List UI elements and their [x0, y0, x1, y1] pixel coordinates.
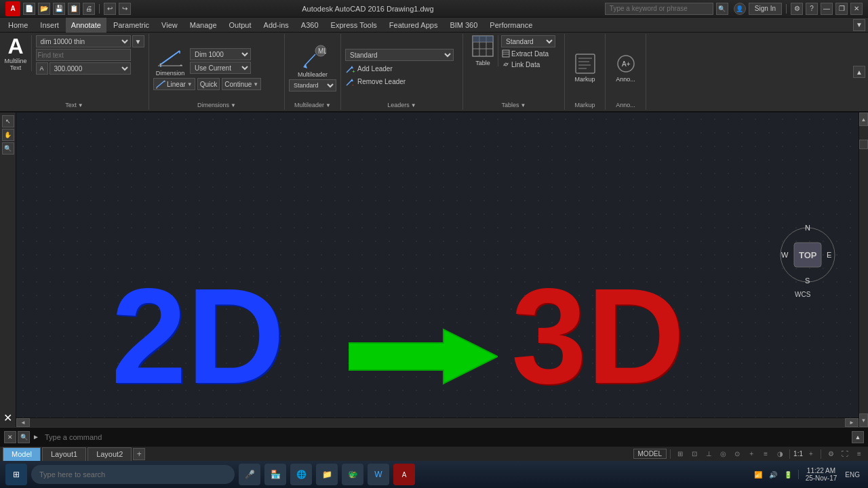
- scroll-handle[interactable]: [859, 140, 868, 149]
- add-leader-btn[interactable]: Add Leader: [357, 65, 393, 73]
- menu-home[interactable]: Home: [3, 18, 33, 33]
- menu-bim360[interactable]: BIM 360: [444, 18, 483, 33]
- redo-button[interactable]: ↪: [119, 3, 131, 15]
- new-button[interactable]: 📄: [23, 3, 35, 15]
- menu-parametric[interactable]: Parametric: [108, 18, 155, 33]
- menu-insert[interactable]: Insert: [35, 18, 64, 33]
- continue-btn[interactable]: Continue ▼: [222, 78, 261, 90]
- menu-view[interactable]: View: [156, 18, 183, 33]
- dimensions-group-label[interactable]: Dimensions ▼: [197, 102, 236, 108]
- toolbar-pan-btn[interactable]: ✋: [2, 129, 14, 141]
- minimize-button[interactable]: —: [821, 3, 833, 15]
- undo-button[interactable]: ↩: [104, 3, 116, 15]
- taskbar-time[interactable]: 11:22 AM 25-Nov-17: [803, 466, 840, 483]
- bottom-scrollbar[interactable]: ◄ ►: [16, 418, 859, 427]
- menu-output[interactable]: Output: [224, 18, 257, 33]
- leader-style-select[interactable]: Standard: [345, 49, 454, 61]
- menu-express[interactable]: Express Tools: [326, 18, 382, 33]
- taskbar-mic-btn[interactable]: 🎤: [239, 464, 260, 485]
- taskbar-app4-btn[interactable]: 🐲: [342, 464, 363, 485]
- grid-toggle[interactable]: ⊞: [674, 448, 686, 460]
- transparency-toggle[interactable]: ◑: [774, 448, 786, 460]
- ortho-toggle[interactable]: ⊥: [703, 448, 715, 460]
- menu-annotate[interactable]: Annotate: [66, 18, 106, 33]
- settings-icon[interactable]: ⚙: [825, 448, 837, 460]
- menu-addins[interactable]: Add-ins: [258, 18, 294, 33]
- markup-button[interactable]: Markup: [574, 53, 596, 83]
- cmd-expand-btn[interactable]: ▲: [852, 431, 864, 443]
- cmd-search-btn[interactable]: 🔍: [18, 431, 30, 443]
- extract-data-btn[interactable]: Extract Data: [501, 49, 555, 58]
- table-style-select[interactable]: Standard: [501, 35, 555, 47]
- taskbar-network-icon[interactable]: 📶: [752, 468, 764, 481]
- command-input[interactable]: [45, 433, 849, 441]
- lineweight-toggle[interactable]: ≡: [760, 448, 772, 460]
- menu-featured[interactable]: Featured Apps: [384, 18, 443, 33]
- x-close-btn[interactable]: ✕: [3, 411, 12, 424]
- scroll-down-btn[interactable]: ▼: [859, 413, 868, 427]
- menu-performance[interactable]: Performance: [484, 18, 538, 33]
- taskbar-word-btn[interactable]: W: [368, 464, 389, 485]
- right-scrollbar[interactable]: ▲ ▼: [859, 113, 868, 427]
- save-button[interactable]: 💾: [53, 3, 65, 15]
- anno-button[interactable]: A+ Anno...: [615, 53, 637, 83]
- menu-a360[interactable]: A360: [296, 18, 324, 33]
- menu-manage[interactable]: Manage: [184, 18, 222, 33]
- multileader-button[interactable]: ML Multileader: [298, 44, 328, 78]
- close-button[interactable]: ✕: [850, 3, 863, 15]
- tables-group-label[interactable]: Tables ▼: [502, 102, 526, 108]
- scroll-right-btn[interactable]: ►: [845, 418, 859, 427]
- restore-button[interactable]: ❐: [835, 3, 848, 15]
- dim-style-select[interactable]: Dim 1000: [190, 48, 251, 60]
- multileader-group-label[interactable]: Multileader ▼: [294, 102, 331, 108]
- help-button[interactable]: ?: [806, 3, 818, 15]
- taskbar-sound-icon[interactable]: 🔊: [767, 468, 779, 481]
- toolbar-zoom-btn[interactable]: 🔍: [2, 142, 14, 155]
- find-text-input[interactable]: [36, 49, 131, 61]
- start-button[interactable]: ⊞: [5, 464, 27, 485]
- scroll-up-btn[interactable]: ▲: [859, 113, 868, 126]
- linear-btn[interactable]: Linear ▼: [153, 78, 195, 90]
- titlebar-search-input[interactable]: [605, 3, 713, 15]
- text-style-select[interactable]: dim 10000 thin: [36, 35, 131, 47]
- dimension-button[interactable]: Dimension: [153, 45, 187, 77]
- leaders-group-label[interactable]: Leaders ▼: [387, 102, 416, 108]
- remove-leader-btn[interactable]: Remove Leader: [357, 78, 406, 85]
- toolbar-select-btn[interactable]: ↖: [2, 115, 14, 127]
- zoom-btn[interactable]: +: [805, 448, 817, 460]
- tab-layout1[interactable]: Layout1: [42, 447, 86, 461]
- multiline-text-button[interactable]: A MultilineText: [4, 35, 31, 71]
- drawing-area[interactable]: 2D 3D N S E W: [16, 113, 859, 418]
- sign-in-button[interactable]: Sign In: [749, 3, 782, 15]
- ribbon-collapse-btn[interactable]: ▼: [853, 19, 865, 31]
- otrack-toggle[interactable]: +: [745, 448, 757, 460]
- text-style-edit-btn[interactable]: ▼: [132, 35, 144, 47]
- customize-icon[interactable]: ≡: [853, 448, 865, 460]
- tab-layout2[interactable]: Layout2: [87, 447, 132, 461]
- print-button[interactable]: 🖨: [83, 3, 95, 15]
- settings-button[interactable]: ⚙: [791, 3, 803, 15]
- tab-add-btn[interactable]: +: [133, 448, 145, 460]
- multileader-style-select[interactable]: Standard: [289, 79, 336, 92]
- tab-model[interactable]: Model: [3, 447, 41, 461]
- link-data-btn[interactable]: Link Data: [501, 60, 555, 69]
- scroll-left-btn[interactable]: ◄: [16, 418, 30, 427]
- save-as-button[interactable]: 📋: [68, 3, 80, 15]
- ribbon-expand-btn[interactable]: ▲: [853, 66, 865, 78]
- text-group-label[interactable]: Text ▼: [65, 102, 83, 108]
- open-button[interactable]: 📂: [38, 3, 50, 15]
- snap-toggle[interactable]: ⊡: [688, 448, 701, 460]
- taskbar-search-input[interactable]: [31, 465, 235, 484]
- taskbar-autocad-btn[interactable]: A: [393, 464, 415, 485]
- taskbar-edge-btn[interactable]: 🌐: [290, 464, 312, 485]
- taskbar-explorer-btn[interactable]: 📁: [316, 464, 338, 485]
- text-scale-select[interactable]: 300.0000: [50, 62, 131, 75]
- cmd-close-btn[interactable]: ✕: [4, 431, 16, 443]
- quick-btn[interactable]: Quick: [197, 78, 220, 90]
- polar-toggle[interactable]: ◎: [717, 448, 729, 460]
- taskbar-appstore-btn[interactable]: 🏪: [264, 464, 286, 485]
- taskbar-battery-icon[interactable]: 🔋: [782, 468, 794, 481]
- model-status-badge[interactable]: MODEL: [633, 449, 667, 459]
- fullscreen-icon[interactable]: ⛶: [839, 448, 851, 460]
- dim-use-current-select[interactable]: Use Current: [190, 62, 251, 74]
